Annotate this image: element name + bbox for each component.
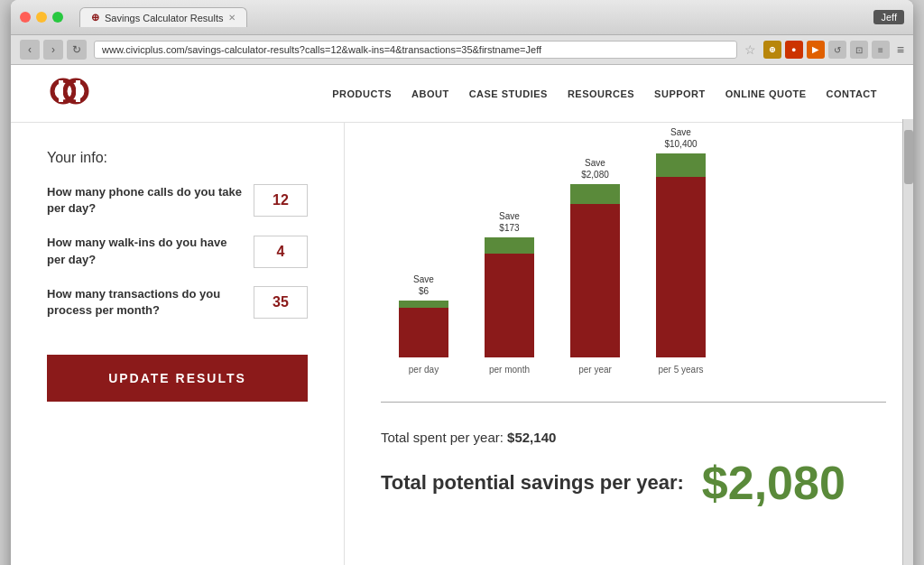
bar-label-top-day: Save$6 [413, 273, 434, 297]
left-panel: Your info: How many phone calls do you t… [11, 123, 345, 565]
bar-container-month [485, 237, 534, 357]
nav-resources[interactable]: RESOURCES [568, 88, 634, 99]
scrollbar-thumb[interactable] [904, 130, 913, 184]
logo-svg [47, 76, 92, 107]
bar-per-5-years: Save$10,400 per 5 years [656, 126, 706, 375]
nav-support[interactable]: SUPPORT [654, 88, 706, 99]
address-input[interactable] [94, 41, 737, 59]
walk-ins-row: How many walk-ins do you have per day? [47, 235, 308, 267]
browser-titlebar: ⊕ Savings Calculator Results ✕ Jeff [11, 0, 913, 35]
nav-products[interactable]: PRODUCTS [332, 88, 392, 99]
back-button[interactable]: ‹ [20, 40, 40, 60]
total-spent-label: Total spent per year: [381, 430, 504, 445]
phone-calls-row: How many phone calls do you take per day… [47, 184, 308, 217]
your-info-label: Your info: [47, 150, 308, 166]
tab-favicon: ⊕ [91, 12, 99, 23]
nav-about[interactable]: ABOUT [411, 88, 449, 99]
browser-body: PRODUCTS ABOUT CASE STUDIES RESOURCES SU… [11, 65, 913, 565]
transactions-input[interactable] [254, 286, 308, 319]
site-nav: PRODUCTS ABOUT CASE STUDIES RESOURCES SU… [11, 65, 913, 123]
browser-window: ⊕ Savings Calculator Results ✕ Jeff ‹ › … [11, 0, 913, 565]
bar-main-month [485, 254, 534, 357]
tab-title: Savings Calculator Results [105, 13, 223, 23]
bar-bottom-label-day: per day [409, 365, 439, 375]
tab-close-icon[interactable]: ✕ [228, 13, 236, 23]
extension-icons: ⊕ ● ▶ ↺ ⊡ ≡ [763, 41, 890, 59]
total-spent-row: Total spent per year: $52,140 [381, 430, 886, 445]
ext-icon-1[interactable]: ⊕ [763, 41, 781, 59]
total-spent-value: $52,140 [507, 430, 556, 445]
bar-per-month: Save$173 per month [485, 210, 534, 375]
main-nav: PRODUCTS ABOUT CASE STUDIES RESOURCES SU… [332, 88, 877, 99]
reload-button[interactable]: ↻ [67, 40, 87, 60]
ext-icon-5[interactable]: ⊡ [850, 41, 868, 59]
bar-main-day [399, 308, 448, 357]
ext-icon-2[interactable]: ● [785, 41, 803, 59]
logo [47, 76, 92, 111]
bar-label-top-year: Save$2,080 [581, 157, 609, 181]
results-section: Total spent per year: $52,140 Total pote… [381, 421, 886, 510]
browser-menu-icon[interactable]: ≡ [897, 42, 904, 57]
bar-bottom-label-year: per year [578, 365, 612, 375]
scrollbar-track[interactable] [902, 119, 913, 565]
minimize-button[interactable] [36, 12, 47, 23]
bar-container-year [570, 184, 620, 357]
user-badge: Jeff [873, 10, 904, 24]
bar-save-day [399, 301, 448, 308]
phone-calls-input[interactable] [254, 184, 308, 217]
forward-button[interactable]: › [43, 40, 63, 60]
nav-case-studies[interactable]: CASE STUDIES [469, 88, 548, 99]
phone-calls-label: How many phone calls do you take per day… [47, 184, 245, 217]
bar-bottom-label-5years: per 5 years [658, 365, 703, 375]
page-content: PRODUCTS ABOUT CASE STUDIES RESOURCES SU… [11, 65, 913, 565]
walk-ins-label: How many walk-ins do you have per day? [47, 235, 245, 267]
svg-rect-2 [59, 80, 63, 102]
maximize-button[interactable] [52, 12, 63, 23]
nav-online-quote[interactable]: ONLINE QUOTE [725, 88, 807, 99]
main-layout: Your info: How many phone calls do you t… [11, 123, 913, 565]
bar-main-5years [656, 177, 706, 357]
update-results-button[interactable]: UPDATE RESULTS [47, 355, 308, 402]
bar-label-top-month: Save$173 [499, 210, 520, 234]
ext-icon-3[interactable]: ▶ [807, 41, 825, 59]
walk-ins-input[interactable] [254, 236, 308, 268]
ext-icon-4[interactable]: ↺ [828, 41, 846, 59]
bar-container-day [399, 301, 448, 357]
bar-save-year [570, 184, 620, 204]
bar-label-top-5years: Save$10,400 [664, 126, 697, 150]
chart-bars: Save$6 per day Save$173 [381, 141, 706, 375]
svg-rect-3 [76, 80, 80, 102]
bar-per-day: Save$6 per day [399, 273, 448, 375]
nav-contact[interactable]: CONTACT [827, 88, 877, 99]
active-tab[interactable]: ⊕ Savings Calculator Results ✕ [79, 7, 247, 27]
bar-main-year [570, 204, 620, 357]
bar-bottom-label-month: per month [489, 365, 530, 375]
traffic-lights [20, 12, 63, 23]
transactions-label: How many transactions do you process per… [47, 286, 245, 319]
bar-container-5years [656, 153, 706, 357]
savings-amount: $2,080 [702, 456, 845, 510]
bookmark-icon[interactable]: ☆ [744, 42, 756, 57]
bar-save-month [485, 237, 534, 254]
nav-buttons: ‹ › ↻ [20, 40, 87, 60]
right-panel: Save$6 per day Save$173 [345, 123, 913, 565]
bar-per-year: Save$2,080 per year [570, 157, 620, 375]
ext-icon-6[interactable]: ≡ [872, 41, 890, 59]
tab-bar: ⊕ Savings Calculator Results ✕ [79, 7, 866, 27]
address-bar-row: ‹ › ↻ ☆ ⊕ ● ▶ ↺ ⊡ ≡ ≡ [11, 35, 913, 65]
chart-area: Save$6 per day Save$173 [381, 141, 886, 403]
bar-save-5years [656, 153, 706, 177]
close-button[interactable] [20, 12, 31, 23]
savings-row: Total potential savings per year: $2,080 [381, 456, 886, 510]
transactions-row: How many transactions do you process per… [47, 286, 308, 319]
savings-label: Total potential savings per year: [381, 470, 684, 496]
